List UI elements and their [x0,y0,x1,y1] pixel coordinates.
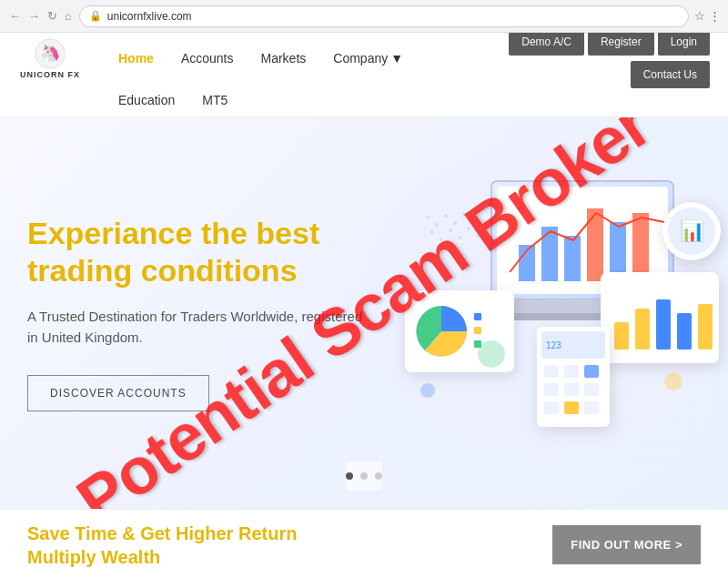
svg-point-71 [478,340,505,368]
svg-rect-39 [541,227,558,281]
navbar: 🦄 UNICORN FX Home Accounts Markets Compa… [0,33,728,117]
svg-rect-55 [698,304,713,350]
svg-point-13 [467,227,470,230]
hero-section: Experiance the best trading conditions A… [0,117,728,509]
svg-rect-60 [564,365,579,378]
nav-link-mt5[interactable]: MT5 [202,93,228,107]
svg-point-3 [426,216,430,219]
dot-1[interactable] [346,472,353,480]
svg-text:📊: 📊 [680,218,705,243]
browser-chrome: ← → ↻ ⌂ 🔒 unicornfxlive.com ☆ ⋮ [0,0,728,33]
hero-content: Experiance the best trading conditions A… [27,215,373,412]
nav-link-education[interactable]: Education [118,93,175,107]
browser-nav-buttons: ← → ↻ ⌂ [7,9,74,23]
svg-point-7 [462,212,466,216]
svg-rect-66 [564,401,579,414]
svg-point-72 [664,372,682,390]
svg-point-15 [485,225,489,228]
chevron-down-icon: ▼ [390,51,403,66]
dot-3[interactable] [375,472,382,480]
nav-actions: Demo A/C Register Login Contact Us [509,33,710,88]
svg-rect-67 [584,401,599,414]
svg-rect-43 [632,213,649,281]
svg-point-6 [453,221,457,225]
svg-rect-52 [635,309,650,350]
nav-link-accounts[interactable]: Accounts [181,51,234,66]
svg-point-9 [430,230,434,234]
hero-subtitle: A Trusted Destination for Traders Worldw… [27,307,373,348]
url-text: unicornfxlive.com [107,10,192,23]
svg-rect-53 [656,299,671,350]
carousel-dots [346,461,382,491]
url-bar[interactable]: 🔒 unicornfxlive.com [79,5,689,27]
hero-title: Experiance the best trading conditions [27,215,373,289]
back-button[interactable]: ← [7,9,23,23]
hero-illustration: 123 📊 [355,127,728,472]
svg-text:123: 123 [546,340,561,350]
svg-rect-59 [544,365,559,378]
discover-accounts-button[interactable]: DISCOVER ACCOUNTS [27,375,209,411]
svg-rect-63 [564,383,579,396]
menu-icon[interactable]: ⋮ [709,9,721,23]
browser-action-icons: ☆ ⋮ [694,9,721,23]
svg-point-12 [458,236,461,239]
trading-illustration: 123 📊 [355,127,728,472]
contact-us-button[interactable]: Contact Us [631,61,710,88]
nav-link-home[interactable]: Home [118,51,154,66]
svg-rect-47 [474,313,481,320]
logo-icon: 🦄 [34,37,66,70]
navbar-bottom: Education MT5 [18,84,710,117]
svg-text:🦄: 🦄 [40,43,61,63]
bottom-title-line1: Save Time & Get [27,523,176,543]
svg-rect-51 [614,322,629,350]
nav-actions-row1: Demo A/C Register Login [509,33,710,56]
svg-rect-65 [544,401,559,414]
svg-point-8 [471,219,475,223]
nav-links-top: Home Accounts Markets Company ▼ [118,51,509,66]
lock-icon: 🔒 [89,10,102,22]
register-button[interactable]: Register [588,33,654,56]
svg-point-14 [476,234,480,238]
nav-link-company[interactable]: Company ▼ [333,51,403,66]
svg-point-4 [435,223,439,227]
login-button[interactable]: Login [658,33,710,56]
svg-rect-61 [584,365,599,378]
bottom-title-line2: Multiply Wealth [27,547,160,567]
home-button[interactable]: ⌂ [63,9,74,23]
refresh-button[interactable]: ↻ [46,9,59,23]
svg-point-11 [449,228,452,232]
svg-rect-40 [564,236,581,281]
svg-point-5 [444,214,448,218]
forward-button[interactable]: → [26,9,42,23]
find-out-more-button[interactable]: FIND OUT MORE > [552,525,701,564]
navbar-top: 🦄 UNICORN FX Home Accounts Markets Compa… [18,33,710,84]
svg-point-10 [440,238,443,241]
demo-account-button[interactable]: Demo A/C [509,33,584,56]
website-container: 🦄 UNICORN FX Home Accounts Markets Compa… [0,33,728,588]
bottom-title: Save Time & Get Higher Return Multiply W… [27,522,297,569]
svg-rect-62 [544,383,559,396]
logo[interactable]: 🦄 UNICORN FX [18,37,82,79]
svg-rect-41 [587,208,603,281]
logo-text: UNICORN FX [20,70,80,79]
svg-point-73 [420,383,435,398]
svg-rect-64 [584,383,599,396]
bottom-title-highlight: Higher Return [176,523,297,543]
dot-2[interactable] [360,472,368,480]
svg-rect-48 [474,327,481,334]
svg-rect-54 [677,313,692,350]
bottom-section: Save Time & Get Higher Return Multiply W… [0,509,728,580]
bookmark-icon[interactable]: ☆ [694,9,705,23]
nav-link-markets[interactable]: Markets [261,51,307,66]
